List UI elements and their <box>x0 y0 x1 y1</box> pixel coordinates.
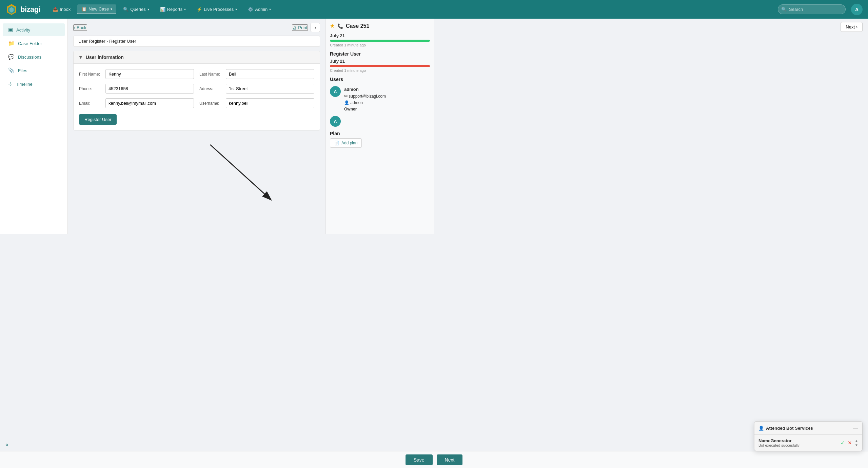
form-group-email: Email: <box>79 98 194 108</box>
folder-icon: 📁 <box>8 40 15 46</box>
reports-caret: ▾ <box>184 7 186 11</box>
case-title: Case 251 <box>346 23 369 29</box>
reports-icon: 📊 <box>160 7 165 12</box>
phone-input[interactable] <box>105 84 194 94</box>
sidebar-item-discussions[interactable]: 💬 Discussions <box>3 50 65 63</box>
form-group-username: Username: <box>199 98 314 108</box>
first-name-input[interactable] <box>105 69 194 79</box>
address-input[interactable] <box>226 84 314 94</box>
progress-fill-2 <box>330 65 430 67</box>
files-icon: 📎 <box>8 67 15 74</box>
task-title: Register User <box>330 51 430 57</box>
nav-reports[interactable]: 📊 Reports ▾ <box>156 5 190 14</box>
user-avatar-1: A <box>330 86 341 97</box>
case-date-1: July 21 <box>330 33 430 38</box>
email-label: Email: <box>79 101 103 106</box>
sidebar-item-files[interactable]: 📎 Files <box>3 64 65 77</box>
user-item-1: A admon ✉ support@bizagi.com 👤 admon Own… <box>330 86 430 113</box>
activity-icon: ▣ <box>8 27 13 33</box>
breadcrumb: User Register › Register User <box>73 36 320 47</box>
user-avatar-2: A <box>330 116 341 127</box>
email-input[interactable] <box>105 98 194 108</box>
progress-fill-1 <box>330 40 430 42</box>
form-row-name: First Name: Last Name: <box>79 69 314 79</box>
case-phone-icon: 📞 <box>337 23 343 29</box>
star-icon[interactable]: ★ <box>330 23 335 29</box>
username-label: Username: <box>199 101 223 106</box>
form-group-firstname: First Name: <box>79 69 194 79</box>
users-section-title: Users <box>330 77 430 82</box>
form-group-address: Adress: <box>199 84 314 94</box>
user-info-1: admon ✉ support@bizagi.com 👤 admon Owner <box>344 86 386 113</box>
new-case-icon: 📋 <box>81 6 87 12</box>
logo-text: bizagi <box>20 5 40 14</box>
nav-admin[interactable]: ⚙️ Admin ▾ <box>244 5 275 14</box>
admin-icon: ⚙️ <box>248 7 253 12</box>
nav-inbox[interactable]: 📥 Inbox <box>48 5 75 14</box>
right-panel: ★ 📞 Case 251 July 21 Created 1 minute ag… <box>326 19 434 234</box>
section-collapse-icon[interactable]: ▼ <box>78 55 83 60</box>
sidebar: ▣ Activity 📁 Case Folder 💬 Discussions 📎… <box>0 19 68 234</box>
case-header: ★ 📞 Case 251 <box>330 23 430 29</box>
top-navigation: bizagi 📥 Inbox 📋 New Case ▾ 🔍 Queries ▾ … <box>0 0 434 19</box>
case-date-2: July 21 <box>330 59 430 64</box>
main-layout: ▣ Activity 📁 Case Folder 💬 Discussions 📎… <box>0 19 434 234</box>
form-row-email-username: Email: Username: <box>79 98 314 108</box>
first-name-label: First Name: <box>79 72 103 77</box>
progress-bar-2 <box>330 65 430 67</box>
register-button-row: Register User <box>79 113 314 125</box>
form-row-phone-address: Phone: Adress: <box>79 84 314 94</box>
logo-area[interactable]: bizagi <box>5 3 40 16</box>
chevron-forward-button[interactable]: › <box>311 23 320 32</box>
svg-line-4 <box>210 145 264 194</box>
case-time-2: Created 1 minute ago <box>330 68 430 73</box>
plan-section: Plan 📄 Add plan <box>330 131 430 148</box>
username-input[interactable] <box>226 98 314 108</box>
live-processes-icon: ⚡ <box>197 7 202 12</box>
register-user-button[interactable]: Register User <box>79 114 117 125</box>
back-bar: ‹ Back 🖨 Print › <box>73 23 320 32</box>
back-button[interactable]: ‹ Back <box>73 24 87 31</box>
add-plan-button[interactable]: 📄 Add plan <box>330 138 362 148</box>
progress-bar-1 <box>330 40 430 42</box>
form-card: ▼ User information First Name: Last Name… <box>73 51 320 130</box>
live-processes-caret: ▾ <box>235 7 237 11</box>
form-card-header: ▼ User information <box>74 51 320 64</box>
phone-label: Phone: <box>79 86 103 91</box>
case-time-1: Created 1 minute ago <box>330 43 430 47</box>
new-case-caret: ▾ <box>111 7 112 11</box>
queries-caret: ▾ <box>147 7 149 11</box>
address-label: Adress: <box>199 86 223 91</box>
arrow-annotation <box>73 135 320 202</box>
form-body: First Name: Last Name: Phone: Ad <box>74 64 320 130</box>
sidebar-item-activity[interactable]: ▣ Activity <box>3 23 65 36</box>
nav-new-case[interactable]: 📋 New Case ▾ <box>77 4 116 14</box>
last-name-input[interactable] <box>226 69 314 79</box>
timeline-icon: ⊹ <box>8 81 13 87</box>
nav-live-processes[interactable]: ⚡ Live Processes ▾ <box>193 5 241 14</box>
nav-queries[interactable]: 🔍 Queries ▾ <box>119 5 153 14</box>
print-button[interactable]: 🖨 Print <box>292 24 308 31</box>
add-plan-icon: 📄 <box>334 141 339 145</box>
inbox-icon: 📥 <box>53 7 58 12</box>
user-item-2: A <box>330 116 430 127</box>
queries-icon: 🔍 <box>123 7 129 12</box>
bizagi-logo-icon <box>5 3 18 16</box>
plan-title: Plan <box>330 131 430 136</box>
form-group-phone: Phone: <box>79 84 194 94</box>
admin-caret: ▾ <box>269 7 271 11</box>
form-group-lastname: Last Name: <box>199 69 314 79</box>
discussions-icon: 💬 <box>8 54 15 60</box>
sidebar-item-case-folder[interactable]: 📁 Case Folder <box>3 37 65 50</box>
main-content: ‹ Back 🖨 Print › User Register › Registe… <box>68 19 326 234</box>
users-section: A admon ✉ support@bizagi.com 👤 admon Own… <box>330 86 430 127</box>
sidebar-item-timeline[interactable]: ⊹ Timeline <box>3 78 65 90</box>
last-name-label: Last Name: <box>199 72 223 77</box>
